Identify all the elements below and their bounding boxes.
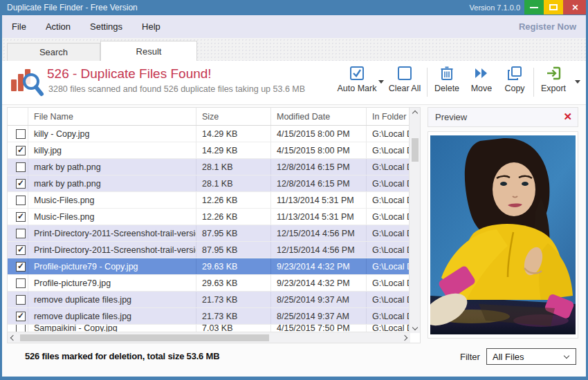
preview-header: Preview ✕ (428, 107, 578, 127)
menu-bar: File Action Settings Help Register Now (2, 15, 586, 38)
row-checkbox[interactable]: ✓ (16, 212, 26, 222)
header-modified-date[interactable]: Modified Date (271, 108, 367, 125)
table-row[interactable]: ✓ Music-Files.png 12.26 KB 11/13/2014 5:… (8, 209, 410, 225)
results-table: File Name Size Modified Date In Folder ✓… (7, 107, 421, 343)
filter-label: Filter (460, 352, 480, 362)
table-row[interactable]: ✓ remove duplicate files.jpg 21.73 KB 8/… (8, 308, 410, 325)
delete-button[interactable]: Delete (432, 65, 462, 101)
cell-size: 12.26 KB (196, 192, 271, 208)
cell-modified-date: 9/23/2014 4:32 PM (271, 275, 367, 291)
table-row[interactable]: ✓ killy - Copy.jpg 14.29 KB 4/15/2015 8:… (8, 126, 410, 142)
minimize-icon (530, 7, 538, 8)
cell-size: 28.1 KB (196, 175, 271, 191)
row-checkbox[interactable]: ✓ (16, 129, 26, 139)
cell-in-folder: G:\Local Dis (367, 308, 410, 324)
auto-mark-button[interactable]: Auto Mark (338, 65, 376, 101)
status-text: 526 files marked for deletion, total siz… (25, 351, 219, 361)
menu-help[interactable]: Help (132, 15, 170, 38)
preview-image-frame (428, 131, 578, 339)
tab-result[interactable]: Result (100, 41, 197, 61)
cell-in-folder: G:\Local Dis (367, 225, 410, 241)
copy-button[interactable]: Copy (501, 65, 529, 101)
table-row[interactable]: ✓ mark by path.png 28.1 KB 12/8/2014 6:1… (8, 159, 410, 175)
cell-modified-date: 4/15/2015 8:00 PM (271, 126, 367, 142)
header-size[interactable]: Size (196, 108, 271, 125)
menu-file[interactable]: File (2, 15, 36, 38)
cell-modified-date: 12/15/2014 4:56 PM (271, 225, 367, 241)
trash-icon (439, 65, 455, 82)
row-checkbox[interactable]: ✓ (16, 262, 26, 272)
export-button[interactable]: Export (538, 65, 569, 101)
row-checkbox[interactable]: ✓ (16, 245, 26, 255)
row-checkbox[interactable]: ✓ (16, 229, 26, 238)
scroll-right-icon[interactable] (399, 332, 410, 343)
register-now-link[interactable]: Register Now (519, 21, 576, 32)
table-row[interactable]: ✓ Print-Directory-2011-Screenshot-trail-… (8, 225, 410, 242)
minimize-button[interactable] (524, 0, 544, 15)
header-file-name[interactable]: File Name (28, 108, 196, 125)
auto-mark-dropdown-caret-icon[interactable] (378, 80, 384, 84)
check-square-icon (349, 65, 365, 82)
cell-modified-date: 12/15/2014 4:56 PM (271, 242, 367, 258)
tab-search[interactable]: Search (7, 43, 100, 61)
preview-close-icon[interactable]: ✕ (563, 111, 572, 123)
vertical-scrollbar[interactable] (409, 108, 420, 333)
row-checkbox[interactable]: ✓ (16, 278, 26, 288)
row-checkbox[interactable]: ✓ (16, 146, 26, 155)
checkmark-icon: ✓ (17, 179, 24, 187)
maximize-button[interactable] (544, 0, 563, 15)
cell-in-folder: G:\Local Dis (367, 242, 410, 258)
table-row[interactable]: ✓ Print-Directory-2011-Screenshot-trail-… (8, 242, 410, 258)
close-button[interactable]: ✕ (563, 0, 587, 15)
row-checkbox[interactable]: ✓ (16, 196, 26, 205)
menu-settings[interactable]: Settings (80, 15, 132, 38)
scroll-left-icon[interactable] (8, 332, 19, 343)
cell-file-name: remove duplicate files.jpg (28, 308, 196, 324)
row-checkbox[interactable]: ✓ (16, 179, 26, 189)
filter-dropdown[interactable]: All Files (486, 348, 576, 365)
table-row[interactable]: ✓ Profile-picture79.jpg 29.63 KB 9/23/20… (8, 275, 410, 292)
cell-size: 29.63 KB (196, 275, 271, 291)
row-checkbox[interactable]: ✓ (16, 325, 26, 332)
cell-modified-date: 4/15/2015 7:50 PM (271, 325, 367, 332)
table-row[interactable]: ✓ Music-Files.png 12.26 KB 11/13/2014 5:… (8, 192, 410, 209)
horizontal-scroll-thumb[interactable] (20, 334, 269, 341)
header-checkbox-column[interactable] (8, 108, 28, 125)
cell-file-name: Print-Directory-2011-Screenshot-trail-ve… (28, 242, 196, 258)
clear-all-button[interactable]: Clear All (387, 65, 423, 101)
cell-size: 14.29 KB (196, 142, 271, 158)
cell-file-name: Profile-picture79.jpg (28, 275, 196, 291)
table-row[interactable]: ✓ remove duplicate files.jpg 21.73 KB 8/… (8, 292, 410, 308)
table-row[interactable]: ✓ Profile-picture79 - Copy.jpg 29.63 KB … (8, 258, 410, 275)
cell-modified-date: 12/8/2014 6:15 PM (271, 159, 367, 175)
cell-in-folder: G:\Local Dis (367, 159, 410, 175)
scroll-down-icon[interactable] (410, 322, 421, 333)
cell-in-folder: G:\Local Dis (367, 126, 410, 142)
horizontal-scrollbar[interactable] (8, 332, 410, 343)
move-button[interactable]: Move (466, 65, 497, 101)
results-subtext: 3280 files scanned and found 526 duplica… (48, 84, 305, 94)
window-border (0, 377, 588, 380)
checkmark-icon: ✓ (17, 245, 24, 254)
table-row[interactable]: ✓ killy.jpg 14.29 KB 4/15/2015 8:00 PM G… (8, 142, 410, 159)
double-chevron-right-icon (472, 65, 490, 82)
checkmark-icon: ✓ (17, 146, 24, 154)
results-headline: 526 - Duplicate Files Found! (47, 66, 212, 82)
results-table-body: ✓ killy - Copy.jpg 14.29 KB 4/15/2015 8:… (8, 126, 410, 333)
maximize-icon (549, 4, 558, 10)
row-checkbox[interactable]: ✓ (16, 162, 26, 172)
row-checkbox[interactable]: ✓ (16, 295, 26, 305)
scroll-up-icon[interactable] (410, 108, 421, 119)
header-in-folder[interactable]: In Folder (367, 108, 410, 125)
vertical-scroll-thumb[interactable] (412, 138, 419, 162)
table-row[interactable]: ✓ mark by path.png 28.1 KB 12/8/2014 6:1… (8, 175, 410, 192)
cell-modified-date: 11/13/2014 5:31 PM (271, 192, 367, 208)
export-dropdown-caret-icon[interactable] (575, 80, 580, 84)
cell-file-name: Sampaikini - Copy.jpg (28, 325, 196, 332)
cell-size: 29.63 KB (196, 258, 271, 274)
checkmark-icon: ✓ (17, 312, 24, 320)
menu-action[interactable]: Action (36, 15, 80, 38)
cell-file-name: Profile-picture79 - Copy.jpg (28, 258, 196, 274)
row-checkbox[interactable]: ✓ (16, 312, 26, 321)
toolbar-separator (533, 68, 534, 97)
